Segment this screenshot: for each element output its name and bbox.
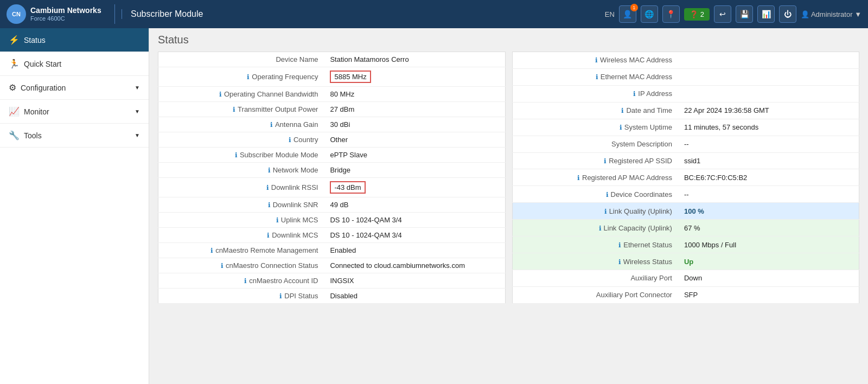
info-icon[interactable]: ℹ xyxy=(618,258,621,266)
right-table-row: ℹLink Quality (Uplink)100 % xyxy=(512,203,859,220)
info-icon[interactable]: ℹ xyxy=(276,216,279,224)
sidebar-item-status[interactable]: ⚡ Status xyxy=(0,28,149,52)
left-row-label: ℹcnMaestro Connection Status xyxy=(158,258,325,273)
info-icon[interactable]: ℹ xyxy=(618,241,621,249)
left-table-row: ℹDownlink RSSI-43 dBm xyxy=(158,178,506,197)
main-layout: ⚡ Status 🏃 Quick Start ⚙ Configuration ▼… xyxy=(0,28,868,384)
info-icon[interactable]: ℹ xyxy=(620,124,622,131)
notifications-button[interactable]: 👤 1 xyxy=(619,5,636,23)
left-row-value: Bridge xyxy=(324,163,505,178)
right-table-row: ℹIP Address xyxy=(512,85,859,102)
sidebar-label-configuration: Configuration xyxy=(21,84,66,92)
stats-button[interactable]: 📊 xyxy=(757,5,775,23)
brand-name: Cambium Networks xyxy=(30,6,101,15)
info-icon[interactable]: ℹ xyxy=(621,107,624,114)
notification-badge: 1 xyxy=(630,4,638,11)
right-row-value: Up xyxy=(679,253,859,270)
left-row-value: Connected to cloud.cambiumnetworks.com xyxy=(324,258,505,273)
right-row-label: ℹSystem Uptime xyxy=(512,119,679,136)
right-table-row: ℹDate and Time22 Apr 2024 19:36:58 GMT xyxy=(512,102,859,119)
language-button[interactable]: EN xyxy=(605,10,615,18)
info-icon[interactable]: ℹ xyxy=(219,91,222,98)
info-icon[interactable]: ℹ xyxy=(604,208,607,215)
right-row-label: Auxiliary Port xyxy=(512,270,679,286)
left-row-value: Disabled xyxy=(324,289,505,304)
sidebar-item-quickstart[interactable]: 🏃 Quick Start xyxy=(0,52,149,76)
left-row-value: 80 MHz xyxy=(324,87,505,102)
left-table-row: ℹSubscriber Module ModeePTP Slave xyxy=(158,148,506,163)
right-table-row: ℹWireless MAC Address xyxy=(512,52,859,69)
left-row-label: ℹOperating Channel Bandwidth xyxy=(158,87,325,102)
info-icon[interactable]: ℹ xyxy=(595,56,598,64)
info-icon[interactable]: ℹ xyxy=(244,277,247,285)
tools-icon: 🔧 xyxy=(9,130,20,140)
info-icon[interactable]: ℹ xyxy=(577,174,580,182)
left-row-value: Other xyxy=(324,132,505,148)
left-table-row: ℹOperating Channel Bandwidth80 MHz xyxy=(158,87,506,102)
sidebar-label-status: Status xyxy=(24,36,46,44)
undo-button[interactable]: ↩ xyxy=(714,5,731,23)
left-row-label: ℹcnMaestro Remote Management xyxy=(158,243,325,258)
left-row-label: Device Name xyxy=(158,52,325,67)
info-icon[interactable]: ℹ xyxy=(233,106,235,113)
info-icon[interactable]: ℹ xyxy=(270,121,273,129)
info-icon[interactable]: ℹ xyxy=(279,292,282,300)
right-row-value xyxy=(679,85,859,102)
logo-icon: CN xyxy=(7,4,26,24)
model-name: Force 4600C xyxy=(30,15,101,22)
right-row-label: ℹLink Capacity (Uplink) xyxy=(512,220,679,236)
info-icon[interactable]: ℹ xyxy=(268,201,271,209)
right-row-label: ℹEthernet Status xyxy=(512,236,679,253)
right-row-label: ℹIP Address xyxy=(512,85,679,102)
left-table-row: ℹTransmitter Output Power27 dBm xyxy=(158,102,506,117)
info-icon[interactable]: ℹ xyxy=(604,157,607,165)
sidebar-item-monitor[interactable]: 📈 Monitor ▼ xyxy=(0,100,149,124)
info-icon[interactable]: ℹ xyxy=(266,184,269,191)
configuration-arrow: ▼ xyxy=(135,85,140,91)
info-icon[interactable]: ℹ xyxy=(289,136,291,144)
info-icon[interactable]: ℹ xyxy=(268,167,271,174)
sidebar-item-tools[interactable]: 🔧 Tools ▼ xyxy=(0,124,149,148)
info-icon[interactable]: ℹ xyxy=(599,225,602,232)
location-button[interactable]: 📍 xyxy=(662,5,680,23)
right-row-value: SFP xyxy=(679,286,859,303)
right-table-row: ℹEthernet MAC Address xyxy=(512,68,859,85)
right-table-row: ℹEthernet Status1000 Mbps / Full xyxy=(512,236,859,253)
info-icon[interactable]: ℹ xyxy=(633,90,636,98)
right-row-label: ℹDate and Time xyxy=(512,102,679,119)
alerts-button[interactable]: ❓ 2 xyxy=(684,8,710,21)
power-button[interactable]: ⏻ xyxy=(779,5,796,23)
info-icon[interactable]: ℹ xyxy=(596,73,598,81)
left-row-label: ℹDPI Status xyxy=(158,289,325,304)
configuration-icon: ⚙ xyxy=(9,82,16,93)
left-row-label: ℹNetwork Mode xyxy=(158,163,325,178)
save-button[interactable]: 💾 xyxy=(736,5,753,23)
right-row-value: BC:E6:7C:F0:C5:B2 xyxy=(679,169,859,186)
info-icon[interactable]: ℹ xyxy=(210,247,213,254)
info-icon[interactable]: ℹ xyxy=(606,191,609,199)
info-icon[interactable]: ℹ xyxy=(247,73,250,81)
left-table-row: ℹDownlink MCSDS 10 - 1024-QAM 3/4 xyxy=(158,228,506,243)
sidebar-item-configuration[interactable]: ⚙ Configuration ▼ xyxy=(0,76,149,100)
left-row-label: ℹCountry xyxy=(158,132,325,148)
admin-button[interactable]: 👤 Administrator ▼ xyxy=(801,10,861,18)
left-table-row: ℹCountryOther xyxy=(158,132,506,148)
right-row-value: 22 Apr 2024 19:36:58 GMT xyxy=(679,102,859,119)
status-tables: Device NameStation Matamoros CerroℹOpera… xyxy=(158,52,859,304)
sidebar-label-quickstart: Quick Start xyxy=(24,60,61,68)
left-row-value: ePTP Slave xyxy=(324,148,505,163)
left-table-row: ℹcnMaestro Account IDINGSIX xyxy=(158,273,506,289)
info-icon[interactable]: ℹ xyxy=(221,262,224,270)
left-table-row: ℹAntenna Gain30 dBi xyxy=(158,117,506,132)
left-row-label: ℹAntenna Gain xyxy=(158,117,325,132)
info-icon[interactable]: ℹ xyxy=(267,232,270,239)
logo: CN Cambium Networks Force 4600C xyxy=(7,4,115,24)
right-row-label: ℹRegistered AP MAC Address xyxy=(512,169,679,186)
monitor-icon: 📈 xyxy=(9,106,20,117)
left-table-row: Device NameStation Matamoros Cerro xyxy=(158,52,506,67)
sidebar-label-monitor: Monitor xyxy=(24,107,49,116)
globe-button[interactable]: 🌐 xyxy=(641,5,658,23)
info-icon[interactable]: ℹ xyxy=(235,151,238,159)
tools-arrow: ▼ xyxy=(135,132,140,138)
sidebar-label-tools: Tools xyxy=(24,131,42,140)
